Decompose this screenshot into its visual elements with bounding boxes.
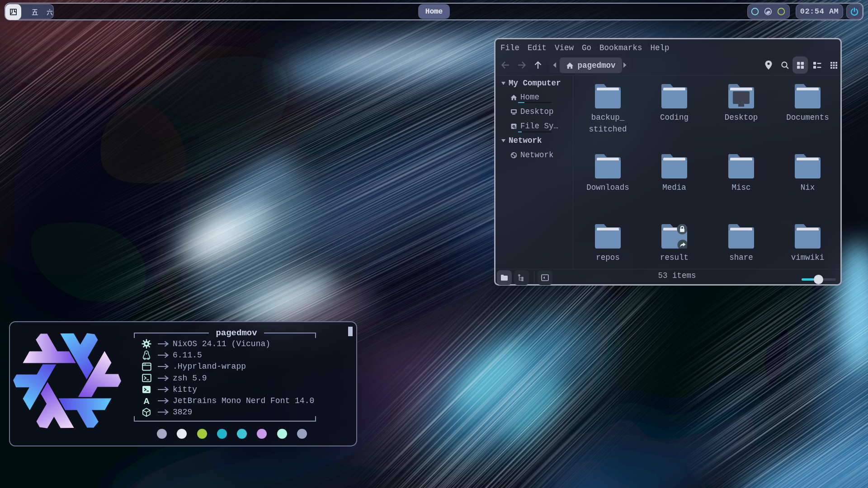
svg-text:A: A [143, 396, 150, 405]
